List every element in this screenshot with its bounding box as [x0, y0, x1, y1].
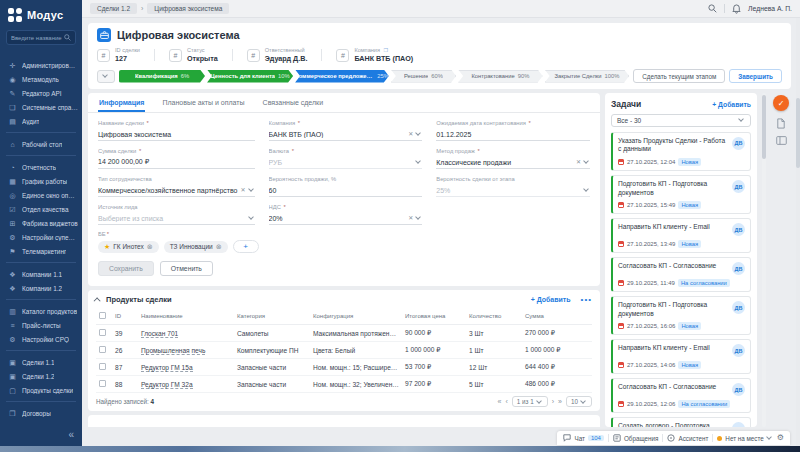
product-link[interactable]: Редуктор ГМ 15а: [141, 364, 193, 372]
sidebar-item[interactable]: ⚙Настройки супервайзе...: [0, 230, 82, 244]
tasks-filter-select[interactable]: Все - 30: [611, 114, 751, 127]
chevron-down-icon[interactable]: [415, 130, 421, 136]
task-card[interactable]: Создать договор - Подготовка документовД…: [611, 417, 751, 427]
chevron-down-icon[interactable]: [248, 186, 254, 192]
business-unit-tag[interactable]: ТЗ Инновации⊗: [164, 241, 228, 253]
chevron-down-icon[interactable]: [415, 214, 421, 220]
sidebar-item[interactable]: ⊞Фабрика виджетов: [0, 216, 82, 230]
pipeline-stage[interactable]: Квалификация6%: [119, 70, 205, 83]
clear-icon[interactable]: ✕: [576, 159, 581, 165]
global-search-button[interactable]: [708, 4, 717, 13]
table-row[interactable]: 87Редуктор ГМ 15аЗапасные частиНом. мощн…: [96, 359, 592, 376]
sidebar-item[interactable]: ❖Компании 1.1: [0, 267, 82, 281]
files-rail-button[interactable]: [776, 118, 786, 129]
tasks-scrollbar[interactable]: [762, 93, 766, 427]
tab-active[interactable]: Информация: [98, 93, 145, 112]
field-input[interactable]: Коммерческое/хозяйственное партнёрство✕: [98, 184, 255, 197]
next-page-button[interactable]: ›: [552, 398, 554, 405]
tab-item[interactable]: Плановые акты и оплаты: [161, 93, 245, 112]
gear-icon[interactable]: ⚙: [777, 434, 784, 442]
field-input[interactable]: Классические продажи✕: [436, 156, 590, 169]
field-input[interactable]: БАНК ВТБ (ПАО)✕: [269, 128, 423, 141]
first-page-button[interactable]: «: [498, 398, 502, 405]
prev-page-button[interactable]: ‹: [505, 398, 507, 405]
task-card[interactable]: Согласовать КП - СогласованиеДВ29.10.202…: [611, 257, 751, 292]
save-button[interactable]: Сохранить: [98, 261, 154, 276]
sidebar-item[interactable]: ⚙Настройки CPQ: [0, 332, 82, 346]
clear-icon[interactable]: ✕: [408, 215, 413, 221]
sidebar-search[interactable]: [6, 30, 76, 45]
finish-deal-button[interactable]: Завершить: [729, 69, 782, 83]
row-checkbox[interactable]: [96, 376, 112, 393]
collapsed-section[interactable]: [88, 415, 600, 427]
sidebar-item[interactable]: ☑Отдел качества: [0, 202, 82, 216]
notifications-button[interactable]: [732, 4, 741, 14]
user-menu[interactable]: Леднева А. П.: [748, 5, 792, 12]
sidebar-item[interactable]: ◉Метамодуль: [0, 72, 82, 86]
window-scrollbar[interactable]: [796, 18, 800, 446]
breadcrumb-item[interactable]: Цифровая экосистема: [147, 3, 229, 14]
tab-item[interactable]: Связанные сделки: [262, 93, 325, 112]
add-product-button[interactable]: + Добавить: [531, 296, 571, 303]
sidebar-item[interactable]: ▢Продукты сделки: [0, 383, 82, 397]
presence-select[interactable]: Нет на месте: [717, 435, 773, 442]
pipeline-collapse-button[interactable]: [97, 70, 115, 83]
field-input[interactable]: 20%✕: [269, 212, 423, 225]
pipeline-stage[interactable]: Решение60%: [391, 70, 456, 83]
product-link[interactable]: Редуктор ГМ 32а: [141, 381, 193, 389]
task-card[interactable]: Подготовить КП - Подготовка документовДВ…: [611, 175, 751, 214]
select-all-checkbox[interactable]: [96, 308, 112, 325]
sidebar-item[interactable]: ≡Прайс-листы: [0, 318, 82, 332]
sidebar-item[interactable]: ❏Системные справочни...: [0, 100, 82, 114]
app-logo[interactable]: Модус: [0, 0, 82, 28]
breadcrumb-item[interactable]: Сделки 1.2: [90, 3, 137, 14]
chevron-down-icon[interactable]: [415, 158, 421, 164]
per-page-select[interactable]: 10: [566, 396, 592, 407]
chat-button[interactable]: Чат 104: [563, 434, 603, 442]
sidebar-item[interactable]: ❒Договоры: [0, 406, 82, 420]
clear-icon[interactable]: ✕: [408, 131, 413, 137]
sidebar-item[interactable]: ▥Каталог продуктов: [0, 304, 82, 318]
page-select[interactable]: 1 из 1: [512, 396, 548, 407]
row-checkbox[interactable]: [96, 325, 112, 342]
row-checkbox[interactable]: [96, 359, 112, 376]
product-link[interactable]: Промышленная печь: [141, 347, 205, 355]
clear-icon[interactable]: ✕: [241, 187, 246, 193]
sidebar-item[interactable]: ▦График работы: [0, 174, 82, 188]
task-card[interactable]: Направить КП клиенту - EmailДВ27.10.2025…: [611, 339, 751, 374]
pipeline-stage[interactable]: Ценность для клиента10%: [207, 70, 293, 83]
sidebar-item[interactable]: ✎Редактор API: [0, 86, 82, 100]
field-input[interactable]: Выберите из списка: [98, 212, 255, 225]
business-unit-tag[interactable]: ★ГК Инотех⊗: [98, 241, 159, 253]
sidebar-item[interactable]: ❖Компании 1.2: [0, 281, 82, 295]
assistant-button[interactable]: Ассистент: [667, 434, 708, 442]
sidebar-item[interactable]: ◎Единое окно оператора: [0, 188, 82, 202]
task-card[interactable]: Направить КП клиенту - EmailДВ27.10.2025…: [611, 218, 751, 253]
product-link[interactable]: Глоскан 701: [141, 330, 178, 338]
field-input[interactable]: 01.12.2025: [436, 128, 590, 141]
field-input[interactable]: 60: [269, 184, 423, 197]
appeals-button[interactable]: Обращения: [613, 434, 659, 442]
task-card[interactable]: Подготовить КП - Подготовка документовДВ…: [611, 296, 751, 335]
sidebar-item[interactable]: ⌂Рабочий стол: [0, 137, 82, 151]
task-card[interactable]: Указать Продукты Сделки - Работа с данны…: [611, 132, 751, 171]
journal-rail-button[interactable]: [776, 136, 787, 145]
add-task-button[interactable]: + Добавить: [712, 101, 751, 108]
sidebar-item[interactable]: ▣Сделки 1.2: [0, 369, 82, 383]
sidebar-search-input[interactable]: [11, 35, 64, 41]
remove-tag-icon[interactable]: ⊗: [216, 243, 222, 251]
sidebar-item[interactable]: ▤Аудит: [0, 114, 82, 128]
cancel-button[interactable]: Отменить: [160, 261, 213, 276]
pipeline-stage[interactable]: Закрытие Сделки100%: [545, 70, 630, 83]
chevron-down-icon[interactable]: [583, 158, 589, 164]
tasks-rail-button[interactable]: ✓: [773, 95, 789, 111]
add-tag-button[interactable]: +: [233, 240, 259, 253]
set-current-stage-button[interactable]: Сделать текущим этапом: [633, 69, 725, 83]
pipeline-stage[interactable]: Коммерческое предложение25%: [295, 70, 389, 83]
last-page-button[interactable]: »: [558, 398, 562, 405]
field-input[interactable]: 25%: [436, 184, 590, 197]
products-menu-button[interactable]: •••: [581, 295, 592, 304]
sidebar-item[interactable]: ▣Сделки 1.1: [0, 355, 82, 369]
row-checkbox[interactable]: [96, 342, 112, 359]
sidebar-item[interactable]: ✛Администрирование: [0, 58, 82, 72]
